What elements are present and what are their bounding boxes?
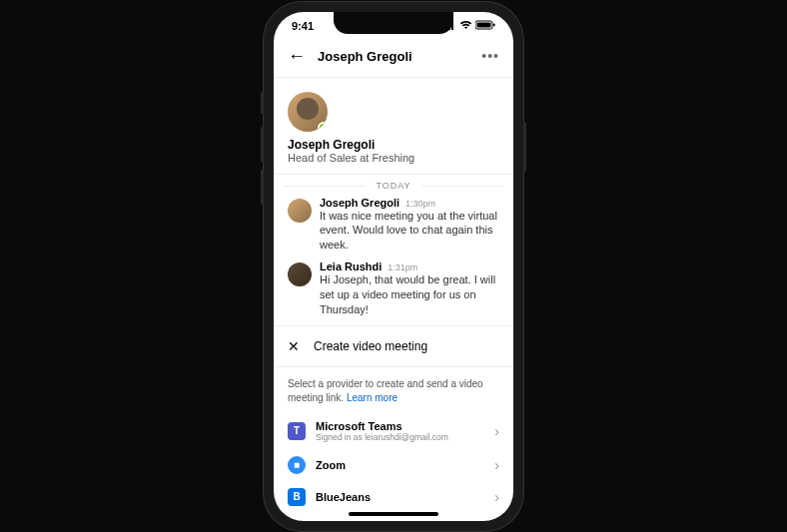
learn-more-link[interactable]: Learn more bbox=[347, 392, 397, 403]
sheet-header: ✕ Create video meeting bbox=[274, 325, 513, 366]
power-button bbox=[523, 122, 526, 172]
message-time: 1:30pm bbox=[405, 199, 435, 209]
more-icon[interactable]: ••• bbox=[481, 48, 499, 64]
chevron-right-icon: › bbox=[494, 457, 499, 473]
notch bbox=[334, 12, 453, 34]
provider-name: BlueJeans bbox=[316, 491, 484, 503]
message-sender: Leia Rushdi bbox=[320, 261, 382, 272]
home-indicator[interactable] bbox=[349, 512, 438, 516]
provider-name: Microsoft Teams bbox=[316, 420, 484, 432]
message-header: Leia Rushdi 1:31pm bbox=[320, 261, 499, 272]
date-divider: TODAY bbox=[274, 175, 513, 197]
screen: 9:41 ← Joseph Gregoli ••• Jose bbox=[274, 12, 513, 521]
message-item[interactable]: Joseph Gregoli 1:30pm It was nice meetin… bbox=[288, 197, 499, 254]
provider-zoom[interactable]: ■ Zoom › bbox=[288, 449, 499, 481]
provider-info: BlueJeans bbox=[316, 491, 484, 503]
profile-section: Joseph Gregoli Head of Sales at Freshing bbox=[274, 78, 513, 175]
presence-indicator bbox=[318, 122, 328, 132]
phone-frame: 9:41 ← Joseph Gregoli ••• Jose bbox=[264, 2, 523, 531]
close-icon[interactable]: ✕ bbox=[288, 338, 300, 354]
wifi-icon bbox=[459, 20, 472, 32]
provider-info: Microsoft Teams Signed in as leiarushdi@… bbox=[316, 420, 484, 442]
message-body: Leia Rushdi 1:31pm Hi Joseph, that would… bbox=[320, 261, 499, 317]
provider-teams[interactable]: T Microsoft Teams Signed in as leiarushd… bbox=[288, 413, 499, 449]
svg-rect-5 bbox=[477, 22, 491, 27]
sheet-description: Select a provider to create and send a v… bbox=[274, 366, 513, 411]
zoom-icon: ■ bbox=[288, 456, 306, 474]
teams-icon: T bbox=[288, 422, 306, 440]
message-body: Joseph Gregoli 1:30pm It was nice meetin… bbox=[320, 197, 499, 254]
profile-avatar[interactable] bbox=[288, 92, 328, 132]
provider-sub: Signed in as leiarushdi@gmail.com bbox=[316, 432, 484, 442]
message-avatar bbox=[288, 263, 312, 286]
message-avatar bbox=[288, 199, 312, 223]
message-sender: Joseph Gregoli bbox=[320, 197, 399, 209]
chevron-right-icon: › bbox=[494, 489, 499, 505]
battery-icon bbox=[475, 20, 495, 32]
message-time: 1:31pm bbox=[388, 263, 417, 272]
provider-info: Zoom bbox=[316, 459, 484, 471]
mute-switch bbox=[261, 92, 264, 114]
status-time: 9:41 bbox=[292, 20, 314, 32]
nav-header: ← Joseph Gregoli ••• bbox=[274, 40, 513, 78]
volume-down bbox=[261, 170, 264, 205]
provider-list: T Microsoft Teams Signed in as leiarushd… bbox=[274, 411, 513, 521]
chevron-right-icon: › bbox=[494, 423, 499, 439]
back-icon[interactable]: ← bbox=[288, 46, 306, 67]
bluejeans-icon: B bbox=[288, 488, 306, 506]
message-text: It was nice meeting you at the virtual e… bbox=[320, 209, 499, 254]
message-item[interactable]: Leia Rushdi 1:31pm Hi Joseph, that would… bbox=[288, 261, 499, 317]
message-text: Hi Joseph, that would be great. I will s… bbox=[320, 272, 499, 317]
header-title: Joseph Gregoli bbox=[318, 49, 481, 64]
volume-up bbox=[261, 127, 264, 162]
provider-bluejeans[interactable]: B BlueJeans › bbox=[288, 481, 499, 513]
svg-rect-6 bbox=[493, 23, 495, 26]
sheet-title: Create video meeting bbox=[314, 339, 427, 353]
profile-name: Joseph Gregoli bbox=[288, 138, 499, 152]
message-list: Joseph Gregoli 1:30pm It was nice meetin… bbox=[274, 197, 513, 325]
profile-subtitle: Head of Sales at Freshing bbox=[288, 152, 499, 164]
message-header: Joseph Gregoli 1:30pm bbox=[320, 197, 499, 209]
provider-name: Zoom bbox=[316, 459, 484, 471]
